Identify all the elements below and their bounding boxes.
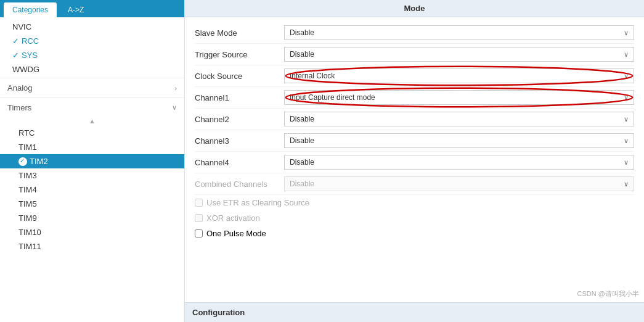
rtc-label: RTC [18,128,35,138]
analog-label: Analog [7,83,32,93]
channel2-select[interactable]: Disable ∨ [284,112,634,126]
channel4-value: Disable [290,158,314,167]
combined-channels-chevron-icon: ∨ [624,180,629,188]
analog-expand-icon: › [174,85,177,92]
one-pulse-row: One Pulse Mode [195,226,634,241]
xor-activation-row: XOR activation [195,210,634,226]
channel2-chevron-icon: ∨ [624,115,629,123]
tim10-label: TIM10 [18,228,41,237]
sidebar-tabs: Categories A->Z [0,0,184,17]
bottom-bar-label: Configuration [192,308,245,317]
channel3-value: Disable [290,136,314,145]
slave-mode-value: Disable [290,28,314,37]
sidebar-item-tim9[interactable]: TIM9 [0,211,184,225]
combined-channels-row: Combined Channels Disable ∨ [195,173,634,195]
channel4-row: Channel4 Disable ∨ [195,152,634,173]
sidebar-item-tim10[interactable]: TIM10 [0,225,184,239]
sidebar-item-tim4[interactable]: TIM4 [0,183,184,197]
channel3-label: Channel3 [195,136,284,146]
channel3-select[interactable]: Disable ∨ [284,133,634,148]
etr-clearing-checkbox[interactable] [195,199,203,207]
channel3-row: Channel3 Disable ∨ [195,130,634,152]
tab-atoz[interactable]: A->Z [59,2,92,17]
timers-label: Timers [7,103,31,112]
mode-panel: Mode Slave Mode Disable ∨ Trigger Source… [185,0,644,302]
nvic-label: NVIC [12,22,31,31]
trigger-source-select[interactable]: Disable ∨ [284,47,634,62]
mode-section-header: Mode [185,0,644,17]
watermark: CSDN @请叫我小半 [577,289,639,299]
channel1-row: Channel1 Input Capture direct mode ∨ [195,87,634,109]
trigger-source-value: Disable [290,50,314,59]
sidebar-item-tim11[interactable]: TIM11 [0,239,184,254]
xor-activation-checkbox[interactable] [195,214,203,222]
sys-check-icon: ✓ [12,51,19,60]
sidebar-item-sys[interactable]: ✓ SYS [0,48,184,62]
scroll-up-indicator: ▲ [0,116,184,126]
bottom-bar: Configuration [185,302,644,322]
wwdg-label: WWDG [12,65,39,74]
rcc-check-icon: ✓ [12,36,19,46]
tim2-label: TIM2 [30,157,48,166]
clock-source-row: Clock Source Internal Clock ∨ [195,65,634,87]
group-timers[interactable]: Timers ∨ [0,99,184,116]
clock-source-select[interactable]: Internal Clock ∨ [284,68,634,83]
clock-source-annotation [282,65,636,86]
rcc-label: RCC [22,36,39,46]
channel2-value: Disable [290,115,314,123]
channel4-chevron-icon: ∨ [624,159,629,167]
sys-label: SYS [22,51,38,60]
sidebar-item-tim3[interactable]: TIM3 [0,168,184,183]
tim4-label: TIM4 [18,185,37,194]
tab-categories[interactable]: Categories [4,2,57,17]
sidebar-content: NVIC ✓ RCC ✓ SYS WWDG Analog › Tim [0,17,184,322]
sidebar-item-wwdg[interactable]: WWDG [0,62,184,76]
trigger-source-chevron-icon: ∨ [624,51,629,59]
right-panel: Mode Slave Mode Disable ∨ Trigger Source… [185,0,644,322]
channel4-select[interactable]: Disable ∨ [284,155,634,170]
tim5-label: TIM5 [18,199,37,208]
svg-point-0 [286,67,633,86]
clock-source-label: Clock Source [195,72,284,81]
sidebar-item-rtc[interactable]: RTC [0,126,184,140]
combined-channels-label: Combined Channels [195,180,284,189]
clock-source-value: Internal Clock [290,72,335,80]
trigger-source-row: Trigger Source Disable ∨ [195,44,634,65]
mode-form: Slave Mode Disable ∨ Trigger Source Disa… [185,17,644,246]
slave-mode-select[interactable]: Disable ∨ [284,25,634,40]
one-pulse-checkbox[interactable] [195,229,203,237]
sidebar-item-rcc[interactable]: ✓ RCC [0,34,184,48]
channel1-label: Channel1 [195,93,284,102]
tim3-label: TIM3 [18,171,37,180]
one-pulse-label: One Pulse Mode [206,229,266,238]
combined-channels-select: Disable ∨ [284,176,634,191]
xor-activation-label: XOR activation [206,213,260,223]
trigger-source-label: Trigger Source [195,50,284,59]
channel1-select[interactable]: Input Capture direct mode ∨ [284,90,634,105]
combined-channels-value: Disable [290,180,314,188]
tim11-label: TIM11 [18,242,41,251]
tim2-selected-icon [18,157,27,166]
tim1-label: TIM1 [18,142,37,152]
clock-source-chevron-icon: ∨ [624,72,629,80]
slave-mode-row: Slave Mode Disable ∨ [195,22,634,44]
channel2-row: Channel2 Disable ∨ [195,109,634,130]
slave-mode-chevron-icon: ∨ [624,29,629,37]
sidebar-item-tim2[interactable]: TIM2 [0,154,184,168]
channel4-label: Channel4 [195,158,284,167]
sidebar-item-tim5[interactable]: TIM5 [0,197,184,211]
channel1-value: Input Capture direct mode [290,93,375,102]
slave-mode-label: Slave Mode [195,28,284,38]
channel1-chevron-icon: ∨ [624,94,629,102]
channel2-label: Channel2 [195,115,284,124]
etr-clearing-row: Use ETR as Clearing Source [195,195,634,210]
sidebar: Categories A->Z NVIC ✓ RCC ✓ SYS WWDG An… [0,0,185,322]
sidebar-item-nvic[interactable]: NVIC [0,20,184,34]
tim9-label: TIM9 [18,213,37,223]
sidebar-item-tim1[interactable]: TIM1 [0,140,184,154]
etr-clearing-label: Use ETR as Clearing Source [206,198,309,207]
channel3-chevron-icon: ∨ [624,137,629,145]
timers-expand-icon: ∨ [172,104,177,112]
mode-title: Mode [404,4,425,13]
group-analog[interactable]: Analog › [0,80,184,96]
